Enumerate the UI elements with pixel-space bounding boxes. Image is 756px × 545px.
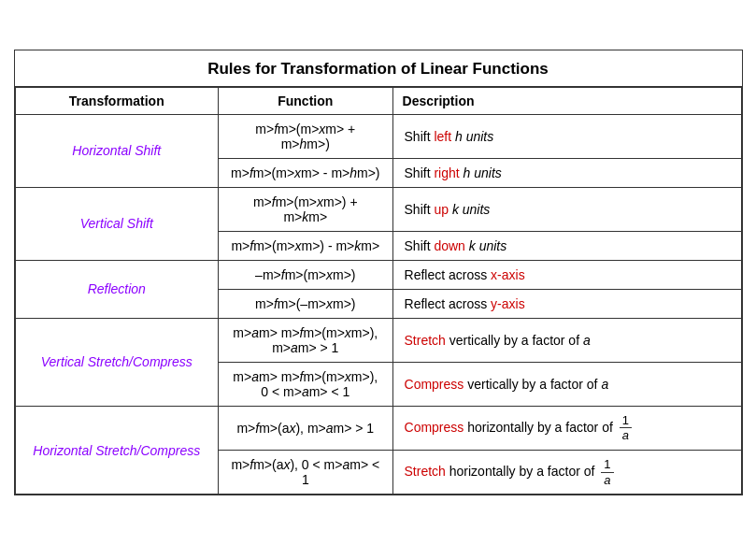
description-cell: Reflect across y-axis — [392, 289, 741, 318]
function-cell: m>fm>(ax), m>am> > 1 — [219, 406, 392, 450]
function-cell: m>fm>(–m>xm>) — [219, 289, 392, 318]
transform-label: Vertical Shift — [15, 187, 219, 260]
function-cell: m>fm>(m>xm>) + m>km> — [219, 187, 392, 231]
transform-label: Horizontal Shift — [15, 114, 219, 187]
function-cell: m>fm>(m>xm> - m>hm>) — [219, 158, 392, 187]
description-cell: Shift left h units — [392, 114, 741, 158]
header-description: Description — [392, 87, 741, 114]
transform-label: Reflection — [15, 260, 219, 318]
table-row: Horizontal Shiftm>fm>(m>xm> + m>hm>)Shif… — [15, 114, 741, 158]
table-row: Vertical Shiftm>fm>(m>xm>) + m>km>Shift … — [15, 187, 741, 231]
description-cell: Stretch vertically by a factor of a — [392, 318, 741, 362]
table-row: Reflection–m>fm>(m>xm>)Reflect across x-… — [15, 260, 741, 289]
transformation-table: Rules for Transformation of Linear Funct… — [14, 50, 743, 495]
description-cell: Shift up k units — [392, 187, 741, 231]
description-cell: Compress vertically by a factor of a — [392, 362, 741, 406]
header-transformation: Transformation — [15, 87, 219, 114]
transform-label: Vertical Stretch/Compress — [15, 318, 219, 406]
description-cell: Compress horizontally by a factor of 1 a — [392, 406, 741, 450]
table-row: Horizontal Stretch/Compressm>fm>(ax), m>… — [15, 406, 741, 450]
function-cell: m>am> m>fm>(m>xm>), m>am> > 1 — [219, 318, 392, 362]
function-cell: m>fm>(m>xm>) - m>km> — [219, 231, 392, 260]
description-cell: Stretch horizontally by a factor of 1 a — [392, 451, 741, 495]
description-cell: Reflect across x-axis — [392, 260, 741, 289]
description-cell: Shift right h units — [392, 158, 741, 187]
transform-label: Horizontal Stretch/Compress — [15, 406, 219, 494]
function-cell: –m>fm>(m>xm>) — [219, 260, 392, 289]
function-cell: m>fm>(ax), 0 < m>am> < 1 — [219, 451, 392, 495]
function-cell: m>fm>(m>xm> + m>hm>) — [219, 114, 392, 158]
table-row: Vertical Stretch/Compressm>am> m>fm>(m>x… — [15, 318, 741, 362]
function-cell: m>am> m>fm>(m>xm>), 0 < m>am> < 1 — [219, 362, 392, 406]
description-cell: Shift down k units — [392, 231, 741, 260]
table-title: Rules for Transformation of Linear Funct… — [15, 50, 742, 87]
header-function: Function — [219, 87, 392, 114]
